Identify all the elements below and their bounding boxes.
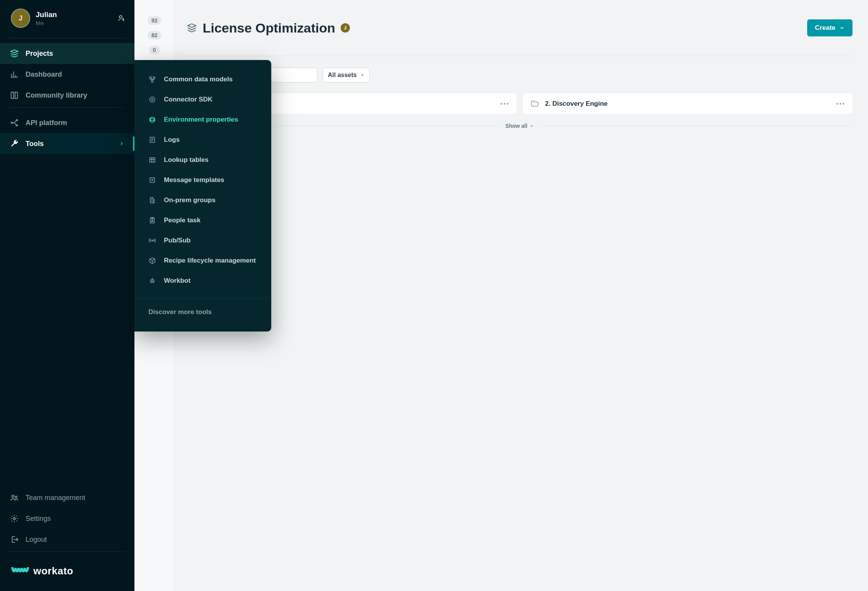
title-row: License Optimization J Create bbox=[186, 19, 852, 36]
sidebar-item-label: Logout bbox=[26, 536, 47, 544]
tools-item-label: Logs bbox=[164, 136, 180, 144]
user-name: Julian bbox=[36, 10, 112, 19]
sidebar-item-settings[interactable]: Settings bbox=[0, 508, 134, 529]
svg-point-23 bbox=[153, 281, 153, 282]
sidebar-item-tools[interactable]: Tools bbox=[0, 133, 134, 154]
sidebar-item-label: API platform bbox=[26, 119, 67, 127]
svg-point-19 bbox=[152, 220, 153, 221]
tools-item-label: Pub/Sub bbox=[164, 237, 191, 244]
tools-item-label: Workbot bbox=[164, 277, 191, 285]
svg-point-25 bbox=[503, 103, 505, 105]
svg-rect-7 bbox=[150, 77, 152, 79]
owner-avatar: J bbox=[341, 23, 350, 33]
tools-flyout: Common data models Connector SDK Environ… bbox=[134, 60, 271, 332]
svg-point-24 bbox=[500, 103, 502, 105]
sidebar: J Julian Me Projects Dashboard Communi bbox=[0, 0, 134, 591]
logout-icon bbox=[10, 535, 19, 544]
api-icon bbox=[10, 119, 19, 127]
tools-item-connector-sdk[interactable]: Connector SDK bbox=[134, 89, 271, 110]
tools-item-logs[interactable]: Logs bbox=[134, 130, 271, 150]
sidebar-item-label: Team management bbox=[26, 494, 85, 502]
svg-point-27 bbox=[837, 103, 838, 105]
tools-item-rlm[interactable]: Recipe lifecycle management bbox=[134, 251, 271, 271]
main-content: License Optimization J Create All assets bbox=[175, 0, 868, 591]
brand-logo-icon bbox=[11, 566, 29, 577]
folder-icon bbox=[530, 100, 539, 108]
sidebar-item-team[interactable]: Team management bbox=[0, 487, 134, 508]
tools-item-people-task[interactable]: People task bbox=[134, 210, 271, 230]
svg-point-28 bbox=[840, 103, 841, 105]
gear-icon bbox=[10, 514, 19, 523]
tools-item-environment-properties[interactable]: Environment properties bbox=[134, 110, 271, 130]
user-subtitle: Me bbox=[36, 20, 112, 26]
chevron-right-icon bbox=[119, 141, 124, 146]
show-all-row: Show all bbox=[186, 123, 852, 129]
show-all-button[interactable]: Show all bbox=[500, 123, 539, 129]
project-count-pill: 92 bbox=[148, 16, 162, 25]
tools-item-message-templates[interactable]: Message templates bbox=[134, 170, 271, 190]
logs-icon bbox=[148, 136, 156, 144]
brand[interactable]: workato bbox=[0, 553, 134, 591]
chevron-down-icon bbox=[530, 124, 534, 128]
sidebar-item-community[interactable]: Community library bbox=[0, 85, 134, 106]
team-icon bbox=[10, 493, 19, 502]
switch-user-icon[interactable] bbox=[117, 14, 125, 22]
project-count-pill: 0 bbox=[149, 46, 160, 54]
sidebar-item-dashboard[interactable]: Dashboard bbox=[0, 64, 134, 85]
sidebar-user[interactable]: J Julian Me bbox=[0, 0, 134, 36]
sdk-icon bbox=[148, 96, 156, 103]
more-icon[interactable] bbox=[836, 103, 845, 105]
sidebar-item-label: Settings bbox=[26, 515, 51, 523]
folder-label: 2. Discovery Engine bbox=[545, 100, 608, 108]
tools-item-label: Common data models bbox=[164, 76, 233, 83]
projects-icon bbox=[10, 49, 19, 58]
svg-point-6 bbox=[13, 517, 16, 520]
svg-point-2 bbox=[16, 120, 18, 121]
project-count-pill: 82 bbox=[148, 31, 162, 40]
svg-rect-9 bbox=[152, 80, 153, 82]
controls-row: All assets bbox=[186, 68, 852, 82]
sidebar-item-label: Community library bbox=[26, 91, 87, 100]
svg-point-4 bbox=[12, 495, 14, 498]
tools-item-common-data-models[interactable]: Common data models bbox=[134, 69, 271, 89]
sidebar-item-label: Tools bbox=[26, 140, 44, 148]
svg-point-3 bbox=[16, 125, 18, 126]
assets-filter[interactable]: All assets bbox=[323, 68, 370, 82]
divider bbox=[186, 56, 852, 56]
tools-item-label: People task bbox=[164, 216, 201, 224]
tools-item-workbot[interactable]: Workbot bbox=[134, 271, 271, 291]
tools-item-lookup-tables[interactable]: Lookup tables bbox=[134, 150, 271, 170]
avatar: J bbox=[11, 9, 30, 28]
sidebar-bottom: Team management Settings Logout workato bbox=[0, 487, 134, 591]
sidebar-item-logout[interactable]: Logout bbox=[0, 529, 134, 550]
environment-icon bbox=[148, 116, 156, 124]
sidebar-item-projects[interactable]: Projects bbox=[0, 43, 134, 64]
user-text: Julian Me bbox=[36, 10, 112, 26]
folder-card[interactable]: 2. Discovery Engine bbox=[523, 93, 853, 114]
tools-item-pubsub[interactable]: Pub/Sub bbox=[134, 230, 271, 251]
building-icon bbox=[148, 196, 156, 204]
svg-rect-14 bbox=[150, 158, 155, 162]
folder-cards: 2. Discovery Engine bbox=[186, 93, 852, 114]
table-icon bbox=[148, 156, 156, 164]
tools-item-onprem[interactable]: On-prem groups bbox=[134, 190, 271, 210]
tools-item-label: Recipe lifecycle management bbox=[164, 257, 256, 265]
dashboard-icon bbox=[10, 70, 19, 79]
tools-item-label: Connector SDK bbox=[164, 96, 213, 103]
caret-down-icon bbox=[360, 73, 365, 77]
data-model-icon bbox=[148, 76, 156, 83]
template-icon bbox=[148, 176, 156, 184]
more-icon[interactable] bbox=[500, 103, 509, 105]
sidebar-nav-2: API platform Tools bbox=[0, 109, 134, 154]
svg-point-29 bbox=[843, 103, 844, 105]
create-button[interactable]: Create bbox=[807, 19, 852, 36]
tools-item-label: Message templates bbox=[164, 176, 224, 184]
chevron-down-icon bbox=[839, 25, 845, 31]
wrench-icon bbox=[10, 139, 19, 148]
svg-point-10 bbox=[150, 97, 155, 102]
svg-point-5 bbox=[15, 496, 17, 498]
page-title: License Optimization bbox=[203, 21, 335, 36]
sidebar-item-api[interactable]: API platform bbox=[0, 112, 134, 133]
tools-discover-more[interactable]: Discover more tools bbox=[134, 302, 271, 322]
svg-point-0 bbox=[119, 15, 122, 18]
